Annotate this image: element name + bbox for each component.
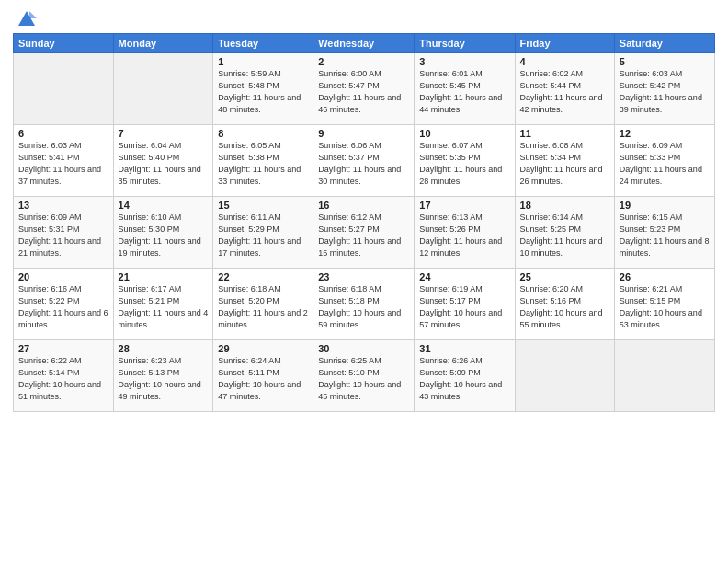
- weekday-header-thursday: Thursday: [415, 34, 515, 53]
- weekday-header-monday: Monday: [113, 34, 213, 53]
- day-number: 26: [620, 271, 710, 282]
- week-row-2: 6Sunrise: 6:03 AM Sunset: 5:41 PM Daylig…: [14, 125, 715, 197]
- day-detail: Sunrise: 6:05 AM Sunset: 5:38 PM Dayligh…: [218, 140, 308, 188]
- day-number: 30: [318, 343, 409, 354]
- day-detail: Sunrise: 6:08 AM Sunset: 5:34 PM Dayligh…: [520, 140, 609, 188]
- day-number: 8: [218, 128, 308, 139]
- day-detail: Sunrise: 6:03 AM Sunset: 5:42 PM Dayligh…: [620, 68, 710, 116]
- day-number: 3: [419, 56, 509, 67]
- day-cell: 12Sunrise: 6:09 AM Sunset: 5:33 PM Dayli…: [614, 125, 714, 197]
- day-cell: 8Sunrise: 6:05 AM Sunset: 5:38 PM Daylig…: [213, 125, 313, 197]
- day-number: 9: [318, 128, 409, 139]
- week-row-4: 20Sunrise: 6:16 AM Sunset: 5:22 PM Dayli…: [14, 269, 715, 340]
- day-cell: 1Sunrise: 5:59 AM Sunset: 5:48 PM Daylig…: [213, 53, 313, 125]
- day-cell: 17Sunrise: 6:13 AM Sunset: 5:26 PM Dayli…: [415, 197, 515, 269]
- day-cell: 6Sunrise: 6:03 AM Sunset: 5:41 PM Daylig…: [14, 125, 114, 197]
- day-number: 1: [218, 56, 308, 67]
- day-number: 31: [419, 343, 509, 354]
- day-detail: Sunrise: 6:04 AM Sunset: 5:40 PM Dayligh…: [119, 140, 209, 188]
- day-detail: Sunrise: 6:17 AM Sunset: 5:21 PM Dayligh…: [119, 283, 209, 331]
- day-number: 4: [520, 56, 609, 67]
- day-cell: 15Sunrise: 6:11 AM Sunset: 5:29 PM Dayli…: [213, 197, 313, 269]
- day-detail: Sunrise: 6:19 AM Sunset: 5:17 PM Dayligh…: [419, 283, 509, 331]
- day-detail: Sunrise: 6:09 AM Sunset: 5:33 PM Dayligh…: [620, 140, 710, 188]
- day-detail: Sunrise: 6:18 AM Sunset: 5:18 PM Dayligh…: [318, 283, 409, 331]
- day-number: 29: [218, 343, 308, 354]
- day-number: 2: [318, 56, 409, 67]
- weekday-header-wednesday: Wednesday: [313, 34, 415, 53]
- day-number: 16: [318, 200, 409, 211]
- day-cell: 28Sunrise: 6:23 AM Sunset: 5:13 PM Dayli…: [113, 340, 213, 412]
- day-detail: Sunrise: 6:01 AM Sunset: 5:45 PM Dayligh…: [419, 68, 509, 116]
- day-detail: Sunrise: 6:10 AM Sunset: 5:30 PM Dayligh…: [119, 212, 209, 259]
- weekday-header-saturday: Saturday: [614, 34, 714, 53]
- logo-icon: [17, 9, 37, 29]
- weekday-header-friday: Friday: [515, 34, 614, 53]
- day-detail: Sunrise: 6:03 AM Sunset: 5:41 PM Dayligh…: [18, 140, 108, 188]
- day-number: 17: [419, 200, 509, 211]
- calendar-container: SundayMondayTuesdayWednesdayThursdayFrid…: [0, 0, 728, 419]
- day-detail: Sunrise: 6:06 AM Sunset: 5:37 PM Dayligh…: [318, 140, 409, 188]
- day-detail: Sunrise: 6:26 AM Sunset: 5:09 PM Dayligh…: [419, 355, 509, 403]
- calendar-table: SundayMondayTuesdayWednesdayThursdayFrid…: [13, 33, 715, 412]
- day-detail: Sunrise: 6:00 AM Sunset: 5:47 PM Dayligh…: [318, 68, 409, 116]
- day-detail: Sunrise: 6:18 AM Sunset: 5:20 PM Dayligh…: [218, 283, 308, 331]
- day-number: 11: [520, 128, 609, 139]
- day-cell: 3Sunrise: 6:01 AM Sunset: 5:45 PM Daylig…: [415, 53, 515, 125]
- day-detail: Sunrise: 6:02 AM Sunset: 5:44 PM Dayligh…: [520, 68, 609, 116]
- day-number: 15: [218, 200, 308, 211]
- day-number: 27: [18, 343, 108, 354]
- day-cell: 29Sunrise: 6:24 AM Sunset: 5:11 PM Dayli…: [213, 340, 313, 412]
- weekday-header-row: SundayMondayTuesdayWednesdayThursdayFrid…: [14, 34, 715, 53]
- day-cell: 11Sunrise: 6:08 AM Sunset: 5:34 PM Dayli…: [515, 125, 614, 197]
- day-cell: [113, 53, 213, 125]
- day-number: 22: [218, 271, 308, 282]
- day-detail: Sunrise: 6:07 AM Sunset: 5:35 PM Dayligh…: [419, 140, 509, 188]
- weekday-header-sunday: Sunday: [14, 34, 114, 53]
- day-cell: 20Sunrise: 6:16 AM Sunset: 5:22 PM Dayli…: [14, 269, 114, 340]
- day-number: 21: [119, 271, 209, 282]
- calendar-header: SundayMondayTuesdayWednesdayThursdayFrid…: [14, 34, 715, 53]
- day-detail: Sunrise: 6:14 AM Sunset: 5:25 PM Dayligh…: [520, 212, 609, 259]
- day-detail: Sunrise: 6:15 AM Sunset: 5:23 PM Dayligh…: [620, 212, 710, 259]
- day-cell: 27Sunrise: 6:22 AM Sunset: 5:14 PM Dayli…: [14, 340, 114, 412]
- day-cell: 13Sunrise: 6:09 AM Sunset: 5:31 PM Dayli…: [14, 197, 114, 269]
- week-row-5: 27Sunrise: 6:22 AM Sunset: 5:14 PM Dayli…: [14, 340, 715, 412]
- svg-marker-1: [29, 11, 37, 18]
- day-detail: Sunrise: 6:21 AM Sunset: 5:15 PM Dayligh…: [620, 283, 710, 331]
- day-cell: 23Sunrise: 6:18 AM Sunset: 5:18 PM Dayli…: [313, 269, 415, 340]
- day-cell: [515, 340, 614, 412]
- header: [13, 9, 715, 29]
- day-detail: Sunrise: 6:12 AM Sunset: 5:27 PM Dayligh…: [318, 212, 409, 259]
- day-detail: Sunrise: 6:24 AM Sunset: 5:11 PM Dayligh…: [218, 355, 308, 403]
- day-number: 20: [18, 271, 108, 282]
- day-detail: Sunrise: 6:20 AM Sunset: 5:16 PM Dayligh…: [520, 283, 609, 331]
- day-cell: 14Sunrise: 6:10 AM Sunset: 5:30 PM Dayli…: [113, 197, 213, 269]
- day-detail: Sunrise: 6:25 AM Sunset: 5:10 PM Dayligh…: [318, 355, 409, 403]
- week-row-1: 1Sunrise: 5:59 AM Sunset: 5:48 PM Daylig…: [14, 53, 715, 125]
- day-cell: 21Sunrise: 6:17 AM Sunset: 5:21 PM Dayli…: [113, 269, 213, 340]
- day-cell: 7Sunrise: 6:04 AM Sunset: 5:40 PM Daylig…: [113, 125, 213, 197]
- day-cell: 24Sunrise: 6:19 AM Sunset: 5:17 PM Dayli…: [415, 269, 515, 340]
- day-detail: Sunrise: 6:11 AM Sunset: 5:29 PM Dayligh…: [218, 212, 308, 259]
- day-cell: 5Sunrise: 6:03 AM Sunset: 5:42 PM Daylig…: [614, 53, 714, 125]
- day-number: 24: [419, 271, 509, 282]
- day-cell: 26Sunrise: 6:21 AM Sunset: 5:15 PM Dayli…: [614, 269, 714, 340]
- day-cell: 16Sunrise: 6:12 AM Sunset: 5:27 PM Dayli…: [313, 197, 415, 269]
- day-cell: 9Sunrise: 6:06 AM Sunset: 5:37 PM Daylig…: [313, 125, 415, 197]
- day-number: 25: [520, 271, 609, 282]
- day-cell: 4Sunrise: 6:02 AM Sunset: 5:44 PM Daylig…: [515, 53, 614, 125]
- day-cell: [614, 340, 714, 412]
- day-cell: 25Sunrise: 6:20 AM Sunset: 5:16 PM Dayli…: [515, 269, 614, 340]
- day-number: 28: [119, 343, 209, 354]
- day-number: 14: [119, 200, 209, 211]
- day-cell: 31Sunrise: 6:26 AM Sunset: 5:09 PM Dayli…: [415, 340, 515, 412]
- day-number: 5: [620, 56, 710, 67]
- day-cell: 19Sunrise: 6:15 AM Sunset: 5:23 PM Dayli…: [614, 197, 714, 269]
- logo: [13, 9, 39, 29]
- day-number: 7: [119, 128, 209, 139]
- day-number: 12: [620, 128, 710, 139]
- day-detail: Sunrise: 6:09 AM Sunset: 5:31 PM Dayligh…: [18, 212, 108, 259]
- day-number: 23: [318, 271, 409, 282]
- week-row-3: 13Sunrise: 6:09 AM Sunset: 5:31 PM Dayli…: [14, 197, 715, 269]
